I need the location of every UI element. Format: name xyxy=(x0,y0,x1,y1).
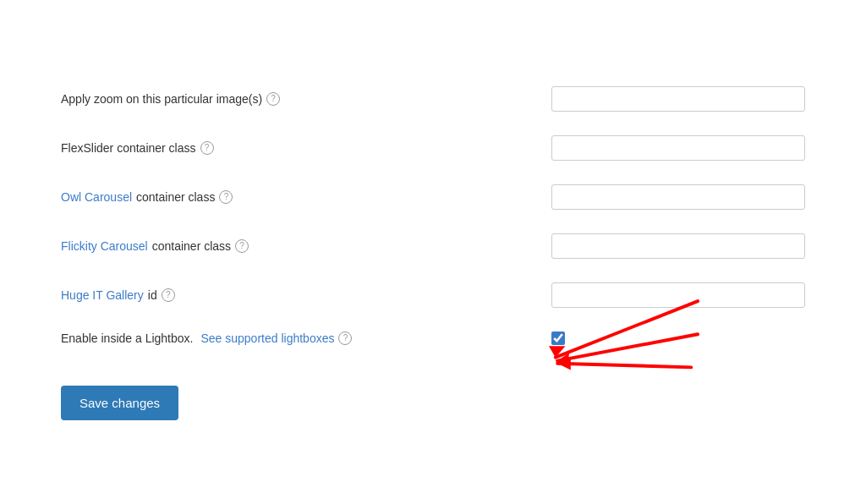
huge-it-gallery-link[interactable]: Huge IT Gallery xyxy=(61,288,144,302)
save-button-container: Save changes xyxy=(61,369,805,420)
flexslider-label: FlexSlider container class ? xyxy=(61,141,214,155)
flickity-carousel-help-icon[interactable]: ? xyxy=(235,239,249,253)
svg-line-4 xyxy=(557,363,691,367)
zoom-input[interactable] xyxy=(551,86,805,112)
owl-carousel-input[interactable] xyxy=(551,184,805,210)
lightbox-input-area xyxy=(534,331,805,345)
lightbox-help-icon[interactable]: ? xyxy=(338,331,352,345)
flickity-carousel-input[interactable] xyxy=(551,233,805,259)
flexslider-label-text: FlexSlider container class xyxy=(61,141,196,155)
zoom-label: Apply zoom on this particular image(s) ? xyxy=(61,92,280,106)
flexslider-input[interactable] xyxy=(551,135,805,161)
flickity-carousel-link[interactable]: Flickity Carousel xyxy=(61,239,148,253)
huge-it-gallery-help-icon[interactable]: ? xyxy=(162,288,175,302)
huge-it-gallery-input[interactable] xyxy=(551,282,805,308)
flickity-carousel-input-area xyxy=(534,233,805,259)
flexslider-help-icon[interactable]: ? xyxy=(200,141,214,155)
flexslider-input-area xyxy=(534,135,805,161)
lightbox-label: Enable inside a Lightbox. See supported … xyxy=(61,331,352,345)
zoom-input-area xyxy=(534,86,805,112)
owl-carousel-label-text: container class xyxy=(136,190,215,204)
owl-carousel-label: Owl Carousel container class ? xyxy=(61,190,233,204)
flickity-carousel-label-text: container class xyxy=(152,239,231,253)
zoom-label-text: Apply zoom on this particular image(s) xyxy=(61,92,262,106)
lightbox-checkbox[interactable] xyxy=(551,331,565,345)
owl-carousel-help-icon[interactable]: ? xyxy=(219,190,233,204)
form-row-flexslider: FlexSlider container class ? xyxy=(61,125,805,171)
form-row-owl-carousel: Owl Carousel container class ? xyxy=(61,174,805,220)
save-changes-button[interactable]: Save changes xyxy=(61,386,178,420)
form-row-huge-it-gallery: Huge IT Gallery id ? xyxy=(61,272,805,318)
form-row-zoom: Apply zoom on this particular image(s) ? xyxy=(61,76,805,122)
form-row-lightbox: Enable inside a Lightbox. See supported … xyxy=(61,321,805,355)
owl-carousel-input-area xyxy=(534,184,805,210)
owl-carousel-link[interactable]: Owl Carousel xyxy=(61,190,132,204)
zoom-help-icon[interactable]: ? xyxy=(266,92,280,106)
lightbox-label-text: Enable inside a Lightbox. xyxy=(61,331,193,345)
form-row-flickity-carousel: Flickity Carousel container class ? xyxy=(61,223,805,269)
huge-it-gallery-input-area xyxy=(534,282,805,308)
lightbox-link[interactable]: See supported lightboxes xyxy=(200,331,334,345)
huge-it-gallery-label-text: id xyxy=(148,288,157,302)
huge-it-gallery-label: Huge IT Gallery id ? xyxy=(61,288,175,302)
flickity-carousel-label: Flickity Carousel container class ? xyxy=(61,239,249,253)
